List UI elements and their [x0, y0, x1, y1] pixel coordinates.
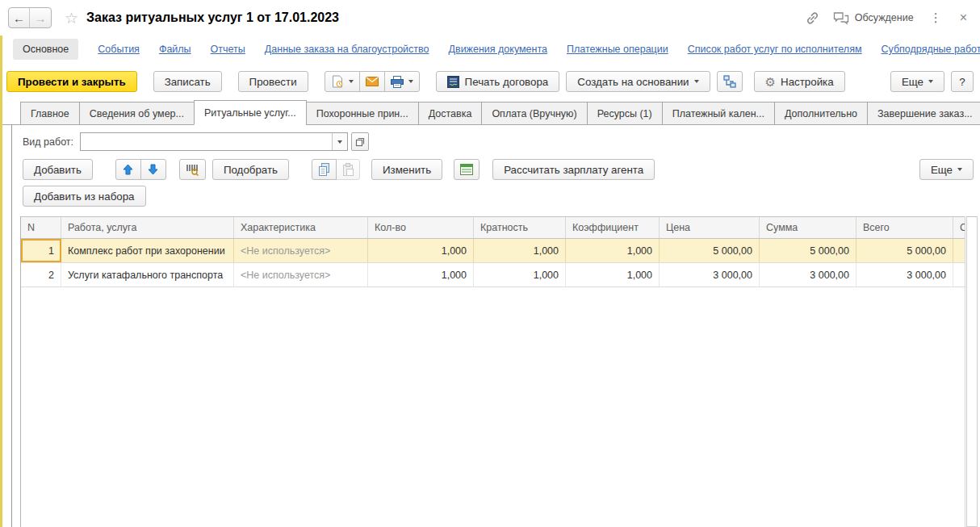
cell-sum[interactable]: 3 000,00	[760, 263, 856, 287]
title-bar: ← → ☆ Заказ ритуальных услуг 1 от 17.01.…	[0, 0, 980, 36]
cell-n[interactable]: 1	[21, 239, 61, 262]
column-header-mult[interactable]: Кратность	[474, 217, 566, 238]
nav-links: СобытияФайлыОтчетыДанные заказа на благо…	[98, 44, 980, 55]
work-type-input[interactable]	[81, 133, 332, 150]
create-based-on-button[interactable]: Создать на основании	[566, 71, 710, 92]
tab-5[interactable]: Оплата (Вручную)	[481, 102, 587, 125]
paste-button[interactable]	[336, 159, 360, 180]
cell-sum[interactable]: 5 000,00	[760, 239, 856, 262]
cell-mult[interactable]: 1,000	[474, 239, 566, 262]
send-email-button[interactable]	[359, 71, 385, 92]
gear-icon: ⚙	[765, 76, 776, 88]
settings-label: Настройка	[781, 76, 834, 88]
cell-characteristic[interactable]: <Не используется>	[234, 239, 368, 262]
cell-qty[interactable]: 1,000	[368, 263, 474, 287]
back-button[interactable]: ←	[9, 8, 30, 27]
forward-arrow-icon: →	[35, 11, 47, 25]
arrow-up-icon	[123, 164, 133, 175]
work-type-dropdown-button[interactable]	[332, 133, 347, 150]
move-up-button[interactable]	[115, 159, 141, 180]
tab-3[interactable]: Похоронные прин...	[306, 102, 419, 125]
edit-button[interactable]: Изменить	[371, 159, 442, 180]
tab-1[interactable]: Сведения об умер...	[79, 102, 195, 125]
nav-link-2[interactable]: Отчеты	[211, 44, 245, 55]
table-row[interactable]: 2Услуги катафального транспорта<Не испол…	[21, 263, 965, 287]
favorite-star-icon[interactable]: ☆	[65, 9, 78, 27]
related-documents-icon	[723, 75, 736, 88]
print-button[interactable]	[384, 71, 420, 92]
cell-coef[interactable]: 1,000	[566, 239, 660, 262]
column-header-work[interactable]: Работа, услуга	[61, 217, 234, 238]
table-more-button[interactable]: Еще	[919, 159, 974, 180]
nav-item-main[interactable]: Основное	[13, 39, 78, 60]
cell-coef[interactable]: 1,000	[566, 263, 660, 287]
print-contract-button[interactable]: Печать договора	[436, 71, 560, 92]
cell-qty[interactable]: 1,000	[368, 239, 474, 262]
column-header-coef[interactable]: Коэффициент	[566, 217, 660, 238]
cell-total[interactable]: 3 000,00	[856, 263, 953, 287]
vertical-scrollbar[interactable]	[966, 216, 978, 527]
green-table-icon	[460, 164, 473, 175]
cell-work[interactable]: Услуги катафального транспорта	[61, 263, 234, 287]
more-menu-icon[interactable]: ⋮	[927, 10, 945, 25]
cell-sp[interactable]	[953, 239, 965, 262]
postpone-document-button[interactable]	[325, 71, 360, 92]
history-nav: ← →	[8, 7, 52, 28]
column-header-total[interactable]: Всего	[856, 217, 953, 238]
save-button[interactable]: Записать	[153, 71, 222, 92]
nav-link-5[interactable]: Платежные операции	[567, 44, 668, 55]
nav-link-7[interactable]: Субподрядные работы	[882, 44, 980, 55]
forward-button[interactable]: →	[30, 8, 51, 27]
column-header-characteristic[interactable]: Характеристика	[234, 217, 368, 238]
table-row[interactable]: 1Комплекс работ при захоронении<Не испол…	[21, 239, 965, 263]
copy-icon	[318, 163, 330, 176]
pick-button[interactable]: Подобрать	[212, 159, 289, 180]
cell-sp[interactable]	[953, 263, 965, 287]
discussion-button[interactable]: Обсуждение	[833, 11, 914, 25]
nav-link-1[interactable]: Файлы	[159, 44, 191, 55]
cell-total[interactable]: 5 000,00	[856, 239, 953, 262]
work-type-open-button[interactable]	[351, 132, 369, 151]
cell-n[interactable]: 2	[21, 263, 61, 287]
tab-9[interactable]: Завершение заказ...	[867, 102, 980, 125]
cell-characteristic[interactable]: <Не используется>	[234, 263, 368, 287]
tab-0[interactable]: Главное	[20, 102, 80, 125]
barcode-scan-button[interactable]	[179, 159, 206, 180]
nav-link-4[interactable]: Движения документа	[449, 44, 547, 55]
nav-link-6[interactable]: Список работ услуг по исполнителям	[688, 44, 862, 55]
tab-6[interactable]: Ресурсы (1)	[587, 102, 663, 125]
calc-agent-salary-button[interactable]: Рассчитать зарплату агента	[492, 159, 655, 180]
tab-4[interactable]: Доставка	[418, 102, 483, 125]
move-down-button[interactable]	[140, 159, 166, 180]
copy-button[interactable]	[312, 159, 337, 180]
barcode-icon	[186, 163, 199, 176]
close-icon[interactable]: ×	[958, 10, 969, 25]
tab-8[interactable]: Дополнительно	[774, 102, 868, 125]
tab-2[interactable]: Ритуальные услуг...	[194, 100, 307, 125]
tab-7[interactable]: Платежный кален...	[662, 102, 775, 125]
table-settings-button[interactable]	[454, 159, 480, 180]
toolbar-more-button[interactable]: Еще	[890, 71, 944, 92]
nav-link-3[interactable]: Данные заказа на благоустройство	[265, 44, 429, 55]
column-header-n[interactable]: N	[21, 217, 61, 238]
add-from-set-button[interactable]: Добавить из набора	[23, 186, 146, 207]
help-button[interactable]: ?	[951, 71, 974, 92]
cell-mult[interactable]: 1,000	[474, 263, 566, 287]
doc-actions-group	[325, 71, 420, 92]
add-button[interactable]: Добавить	[23, 159, 93, 180]
related-documents-button[interactable]	[717, 71, 743, 92]
cell-price[interactable]: 3 000,00	[660, 263, 760, 287]
column-header-sp[interactable]: Сп	[953, 217, 965, 238]
post-button[interactable]: Провести	[238, 71, 308, 92]
post-and-close-button[interactable]: Провести и закрыть	[6, 71, 137, 92]
settings-button[interactable]: ⚙ Настройка	[754, 71, 845, 92]
cell-work[interactable]: Комплекс работ при захоронении	[61, 239, 234, 262]
column-header-price[interactable]: Цена	[660, 217, 760, 238]
cell-price[interactable]: 5 000,00	[660, 239, 760, 262]
nav-link-0[interactable]: События	[98, 44, 140, 55]
form-accent-stripe	[0, 36, 2, 527]
column-header-qty[interactable]: Кол-во	[368, 217, 474, 238]
back-arrow-icon: ←	[13, 11, 25, 25]
column-header-sum[interactable]: Сумма	[760, 217, 856, 238]
link-icon[interactable]	[805, 10, 820, 26]
